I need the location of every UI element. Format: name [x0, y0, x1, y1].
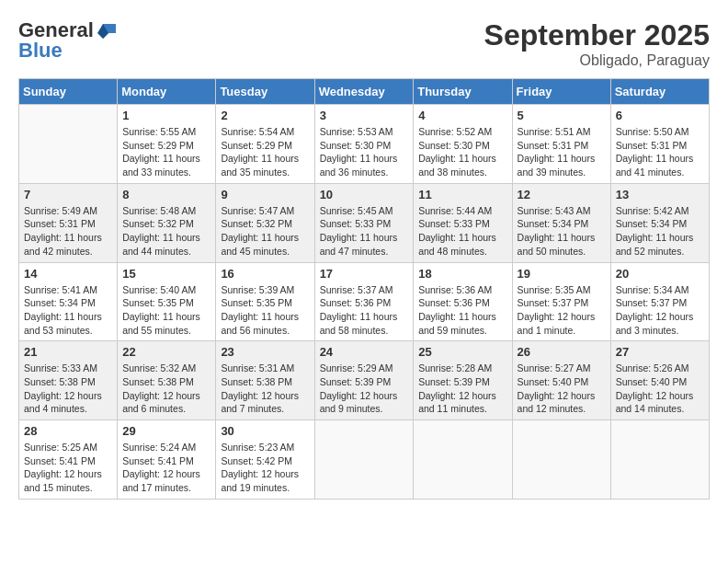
day-info: Sunrise: 5:53 AM Sunset: 5:30 PM Dayligh… [320, 125, 409, 179]
day-number: 20 [616, 267, 704, 281]
day-number: 14 [24, 267, 112, 281]
header-tuesday: Tuesday [216, 79, 314, 105]
day-cell: 16Sunrise: 5:39 AM Sunset: 5:35 PM Dayli… [216, 262, 314, 341]
day-cell: 4Sunrise: 5:52 AM Sunset: 5:30 PM Daylig… [414, 105, 512, 184]
day-cell: 2Sunrise: 5:54 AM Sunset: 5:29 PM Daylig… [216, 105, 314, 184]
day-cell: 3Sunrise: 5:53 AM Sunset: 5:30 PM Daylig… [314, 105, 414, 184]
day-cell: 15Sunrise: 5:40 AM Sunset: 5:35 PM Dayli… [118, 262, 216, 341]
day-number: 19 [518, 267, 606, 281]
day-info: Sunrise: 5:44 AM Sunset: 5:33 PM Dayligh… [418, 204, 506, 259]
day-number: 13 [616, 188, 704, 201]
title-area: September 2025 Obligado, Paraguay [484, 18, 710, 69]
header-saturday: Saturday [610, 79, 709, 105]
day-cell: 1Sunrise: 5:55 AM Sunset: 5:29 PM Daylig… [118, 105, 216, 184]
day-number: 24 [320, 345, 409, 359]
day-info: Sunrise: 5:31 AM Sunset: 5:38 PM Dayligh… [221, 362, 309, 416]
logo-blue: Blue [18, 39, 63, 63]
day-number: 10 [320, 188, 409, 201]
day-cell: 13Sunrise: 5:42 AM Sunset: 5:34 PM Dayli… [610, 183, 709, 262]
day-cell: 14Sunrise: 5:41 AM Sunset: 5:34 PM Dayli… [19, 262, 118, 341]
day-number: 5 [518, 109, 606, 122]
day-number: 29 [122, 424, 210, 438]
day-number: 28 [24, 424, 112, 438]
header-friday: Friday [512, 79, 610, 105]
day-cell: 28Sunrise: 5:25 AM Sunset: 5:41 PM Dayli… [19, 420, 118, 500]
week-row-2: 7Sunrise: 5:49 AM Sunset: 5:31 PM Daylig… [19, 183, 710, 262]
week-row-1: 1Sunrise: 5:55 AM Sunset: 5:29 PM Daylig… [19, 105, 710, 184]
day-cell: 27Sunrise: 5:26 AM Sunset: 5:40 PM Dayli… [610, 341, 709, 420]
day-cell: 29Sunrise: 5:24 AM Sunset: 5:41 PM Dayli… [118, 420, 216, 500]
day-info: Sunrise: 5:36 AM Sunset: 5:36 PM Dayligh… [418, 283, 506, 338]
day-cell: 24Sunrise: 5:29 AM Sunset: 5:39 PM Dayli… [314, 341, 414, 420]
day-info: Sunrise: 5:47 AM Sunset: 5:32 PM Dayligh… [221, 204, 309, 259]
day-cell: 6Sunrise: 5:50 AM Sunset: 5:31 PM Daylig… [610, 105, 709, 184]
day-number: 30 [221, 424, 309, 438]
day-number: 18 [418, 267, 506, 281]
day-number: 7 [24, 188, 112, 201]
day-cell [512, 420, 610, 500]
week-row-3: 14Sunrise: 5:41 AM Sunset: 5:34 PM Dayli… [19, 262, 710, 341]
day-info: Sunrise: 5:26 AM Sunset: 5:40 PM Dayligh… [616, 362, 704, 416]
day-info: Sunrise: 5:43 AM Sunset: 5:34 PM Dayligh… [518, 204, 606, 259]
day-number: 4 [418, 109, 506, 122]
day-info: Sunrise: 5:33 AM Sunset: 5:38 PM Dayligh… [24, 362, 112, 416]
day-info: Sunrise: 5:51 AM Sunset: 5:31 PM Dayligh… [518, 125, 606, 179]
day-cell: 25Sunrise: 5:28 AM Sunset: 5:39 PM Dayli… [414, 341, 512, 420]
day-number: 15 [122, 267, 210, 281]
day-info: Sunrise: 5:37 AM Sunset: 5:36 PM Dayligh… [320, 283, 409, 338]
logo-icon [96, 20, 116, 40]
day-info: Sunrise: 5:45 AM Sunset: 5:33 PM Dayligh… [320, 204, 409, 259]
header-sunday: Sunday [19, 79, 118, 105]
day-info: Sunrise: 5:23 AM Sunset: 5:42 PM Dayligh… [221, 441, 309, 495]
day-info: Sunrise: 5:32 AM Sunset: 5:38 PM Dayligh… [122, 362, 210, 416]
day-cell: 21Sunrise: 5:33 AM Sunset: 5:38 PM Dayli… [19, 341, 118, 420]
header-monday: Monday [118, 79, 216, 105]
day-info: Sunrise: 5:39 AM Sunset: 5:35 PM Dayligh… [221, 283, 309, 338]
day-info: Sunrise: 5:41 AM Sunset: 5:34 PM Dayligh… [24, 283, 112, 338]
day-cell: 12Sunrise: 5:43 AM Sunset: 5:34 PM Dayli… [512, 183, 610, 262]
day-number: 1 [122, 109, 210, 122]
day-info: Sunrise: 5:40 AM Sunset: 5:35 PM Dayligh… [122, 283, 210, 338]
day-number: 22 [122, 345, 210, 359]
day-info: Sunrise: 5:24 AM Sunset: 5:41 PM Dayligh… [122, 441, 210, 495]
day-cell [610, 420, 709, 500]
day-info: Sunrise: 5:50 AM Sunset: 5:31 PM Dayligh… [616, 125, 704, 179]
day-cell: 30Sunrise: 5:23 AM Sunset: 5:42 PM Dayli… [216, 420, 314, 500]
day-info: Sunrise: 5:48 AM Sunset: 5:32 PM Dayligh… [122, 204, 210, 259]
day-number: 3 [320, 109, 409, 122]
day-info: Sunrise: 5:52 AM Sunset: 5:30 PM Dayligh… [418, 125, 506, 179]
day-cell: 19Sunrise: 5:35 AM Sunset: 5:37 PM Dayli… [512, 262, 610, 341]
day-info: Sunrise: 5:28 AM Sunset: 5:39 PM Dayligh… [418, 362, 506, 416]
day-cell: 9Sunrise: 5:47 AM Sunset: 5:32 PM Daylig… [216, 183, 314, 262]
calendar: SundayMondayTuesdayWednesdayThursdayFrid… [18, 78, 710, 500]
day-cell [414, 420, 512, 500]
day-number: 17 [320, 267, 409, 281]
day-cell: 10Sunrise: 5:45 AM Sunset: 5:33 PM Dayli… [314, 183, 414, 262]
day-cell: 8Sunrise: 5:48 AM Sunset: 5:32 PM Daylig… [118, 183, 216, 262]
day-number: 16 [221, 267, 309, 281]
header-thursday: Thursday [414, 79, 512, 105]
day-info: Sunrise: 5:35 AM Sunset: 5:37 PM Dayligh… [518, 283, 606, 338]
week-row-5: 28Sunrise: 5:25 AM Sunset: 5:41 PM Dayli… [19, 420, 710, 500]
location: Obligado, Paraguay [484, 52, 710, 69]
day-info: Sunrise: 5:54 AM Sunset: 5:29 PM Dayligh… [221, 125, 309, 179]
header-wednesday: Wednesday [314, 79, 414, 105]
day-number: 21 [24, 345, 112, 359]
day-cell: 18Sunrise: 5:36 AM Sunset: 5:36 PM Dayli… [414, 262, 512, 341]
day-info: Sunrise: 5:29 AM Sunset: 5:39 PM Dayligh… [320, 362, 409, 416]
day-cell [314, 420, 414, 500]
day-cell: 17Sunrise: 5:37 AM Sunset: 5:36 PM Dayli… [314, 262, 414, 341]
day-info: Sunrise: 5:27 AM Sunset: 5:40 PM Dayligh… [518, 362, 606, 416]
day-info: Sunrise: 5:42 AM Sunset: 5:34 PM Dayligh… [616, 204, 704, 259]
day-number: 8 [122, 188, 210, 201]
day-cell: 20Sunrise: 5:34 AM Sunset: 5:37 PM Dayli… [610, 262, 709, 341]
calendar-header-row: SundayMondayTuesdayWednesdayThursdayFrid… [19, 79, 710, 105]
day-number: 23 [221, 345, 309, 359]
day-cell: 22Sunrise: 5:32 AM Sunset: 5:38 PM Dayli… [118, 341, 216, 420]
day-cell: 5Sunrise: 5:51 AM Sunset: 5:31 PM Daylig… [512, 105, 610, 184]
day-info: Sunrise: 5:55 AM Sunset: 5:29 PM Dayligh… [122, 125, 210, 179]
day-number: 26 [518, 345, 606, 359]
day-number: 11 [418, 188, 506, 201]
day-number: 25 [418, 345, 506, 359]
day-number: 27 [616, 345, 704, 359]
